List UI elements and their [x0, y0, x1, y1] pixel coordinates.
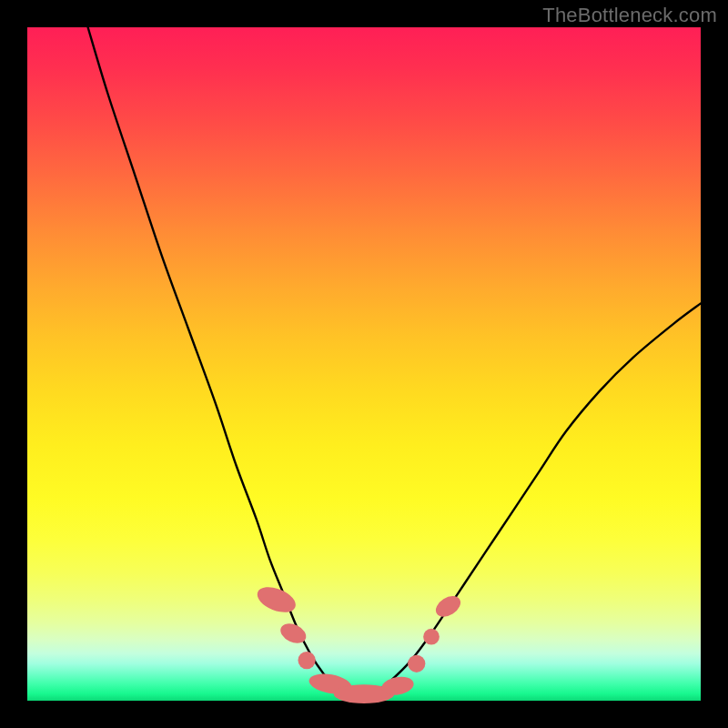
curve-markers [254, 582, 464, 703]
chart-frame: TheBottleneck.com [0, 0, 728, 728]
bottleneck-curve [88, 27, 701, 694]
curve-marker [254, 582, 299, 618]
curve-marker [408, 655, 425, 672]
curve-marker [298, 652, 315, 669]
chart-svg [27, 27, 701, 701]
watermark-text: TheBottleneck.com [542, 4, 717, 27]
curve-marker [423, 629, 440, 645]
curve-marker [432, 592, 464, 621]
